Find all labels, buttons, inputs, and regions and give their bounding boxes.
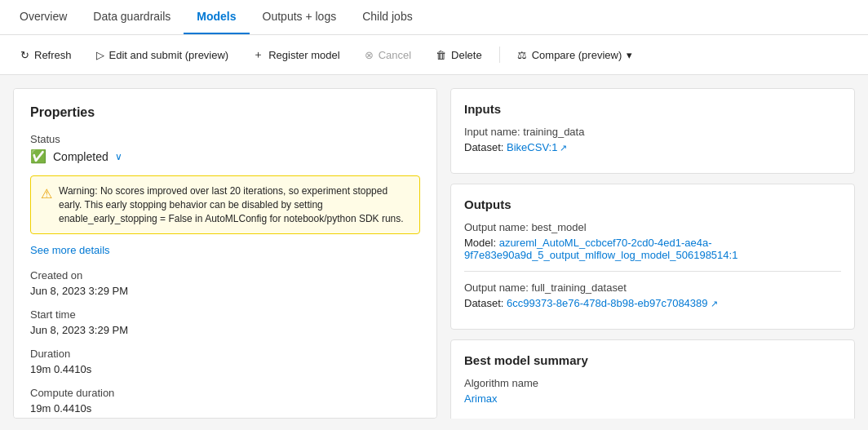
compare-icon: ⚖ <box>517 49 527 61</box>
created-on-value: Jun 8, 2023 3:29 PM <box>30 285 420 297</box>
algorithm-row: Arimax <box>464 392 841 405</box>
inputs-card: Inputs Input name: training_data Dataset… <box>450 88 855 174</box>
delete-icon: 🗑 <box>436 49 446 61</box>
see-more-link[interactable]: See more details <box>30 244 420 256</box>
refresh-button[interactable]: ↻ Refresh <box>10 43 82 67</box>
output1-name-label: Output name: best_model <box>464 221 841 233</box>
refresh-label: Refresh <box>34 49 72 61</box>
duration-value: 19m 0.4410s <box>30 363 420 375</box>
toolbar: ↻ Refresh ▷ Edit and submit (preview) ＋ … <box>0 35 868 75</box>
edit-submit-button[interactable]: ▷ Edit and submit (preview) <box>86 43 240 67</box>
warning-box: ⚠ Warning: No scores improved over last … <box>30 175 420 234</box>
main-content: Properties Status ✅ Completed ∨ ⚠ Warnin… <box>0 75 868 430</box>
best-model-card: Best model summary Algorithm name Arimax <box>450 339 855 419</box>
tab-data-guardrails[interactable]: Data guardrails <box>80 0 184 34</box>
compute-duration-label: Compute duration <box>30 387 420 399</box>
outputs-card: Outputs Output name: best_model Model: a… <box>450 184 855 330</box>
delete-button[interactable]: 🗑 Delete <box>425 43 493 67</box>
properties-panel: Properties Status ✅ Completed ∨ ⚠ Warnin… <box>13 88 437 419</box>
compute-duration-section: Compute duration 19m 0.4410s <box>30 387 420 414</box>
output1-model-row: Model: azureml_AutoML_ccbcef70-2cd0-4ed1… <box>464 237 841 261</box>
warning-text: Warning: No scores improved over last 20… <box>59 184 410 225</box>
compare-button[interactable]: ⚖ Compare (preview) ▾ <box>507 43 644 67</box>
bike-csv-link[interactable]: BikeCSV:1 <box>507 141 567 153</box>
properties-title: Properties <box>30 105 420 120</box>
completed-icon: ✅ <box>30 149 46 164</box>
best-model-title: Best model summary <box>464 353 841 367</box>
outputs-title: Outputs <box>464 197 841 211</box>
start-time-section: Start time Jun 8, 2023 3:29 PM <box>30 308 420 336</box>
status-label: Status <box>30 133 420 145</box>
refresh-icon: ↻ <box>20 49 29 61</box>
tab-models[interactable]: Models <box>184 0 249 34</box>
register-model-button[interactable]: ＋ Register model <box>242 42 350 68</box>
dataset2-link[interactable]: 6cc99373-8e76-478d-8b98-eb97c7084389 <box>507 297 718 309</box>
compare-label: Compare (preview) <box>532 49 622 61</box>
input-name-label: Input name: training_data <box>464 126 841 138</box>
output2-dataset-row: Dataset: 6cc99373-8e76-478d-8b98-eb97c70… <box>464 297 841 309</box>
duration-label: Duration <box>30 348 420 360</box>
delete-label: Delete <box>451 49 482 61</box>
cancel-label: Cancel <box>379 49 411 61</box>
input-dataset-row: Dataset: BikeCSV:1 <box>464 141 841 153</box>
status-section: Status ✅ Completed ∨ <box>30 133 420 164</box>
algorithm-label: Algorithm name <box>464 377 841 389</box>
tab-outputs-logs[interactable]: Outputs + logs <box>250 0 350 34</box>
cancel-icon: ⊗ <box>365 49 374 61</box>
plus-icon: ＋ <box>253 47 264 62</box>
model-label: Model: <box>464 237 496 249</box>
warning-icon: ⚠ <box>41 185 52 225</box>
edit-submit-label: Edit and submit (preview) <box>109 49 229 61</box>
register-model-label: Register model <box>268 49 339 61</box>
duration-section: Duration 19m 0.4410s <box>30 348 420 375</box>
tab-overview[interactable]: Overview <box>7 0 80 34</box>
outputs-divider <box>464 271 841 272</box>
status-value: Completed <box>53 150 108 163</box>
dataset-label: Dataset: <box>464 141 503 153</box>
status-chevron-icon[interactable]: ∨ <box>115 151 122 162</box>
start-time-value: Jun 8, 2023 3:29 PM <box>30 324 420 336</box>
cancel-button[interactable]: ⊗ Cancel <box>354 43 422 67</box>
inputs-title: Inputs <box>464 102 841 116</box>
tab-child-jobs[interactable]: Child jobs <box>349 0 425 34</box>
algorithm-link[interactable]: Arimax <box>464 392 497 405</box>
chevron-down-icon: ▾ <box>627 49 632 61</box>
dataset2-label: Dataset: <box>464 297 503 309</box>
play-icon: ▷ <box>96 49 104 61</box>
right-panels: Inputs Input name: training_data Dataset… <box>450 88 855 419</box>
output2-name-label: Output name: full_training_dataset <box>464 281 841 294</box>
created-on-label: Created on <box>30 269 420 281</box>
tab-bar: Overview Data guardrails Models Outputs … <box>0 0 868 35</box>
start-time-label: Start time <box>30 308 420 321</box>
created-on-section: Created on Jun 8, 2023 3:29 PM <box>30 269 420 297</box>
toolbar-separator <box>499 47 500 63</box>
compute-duration-value: 19m 0.4410s <box>30 402 420 414</box>
status-row: ✅ Completed ∨ <box>30 149 420 164</box>
model-link[interactable]: azureml_AutoML_ccbcef70-2cd0-4ed1-ae4a-9… <box>464 237 737 261</box>
